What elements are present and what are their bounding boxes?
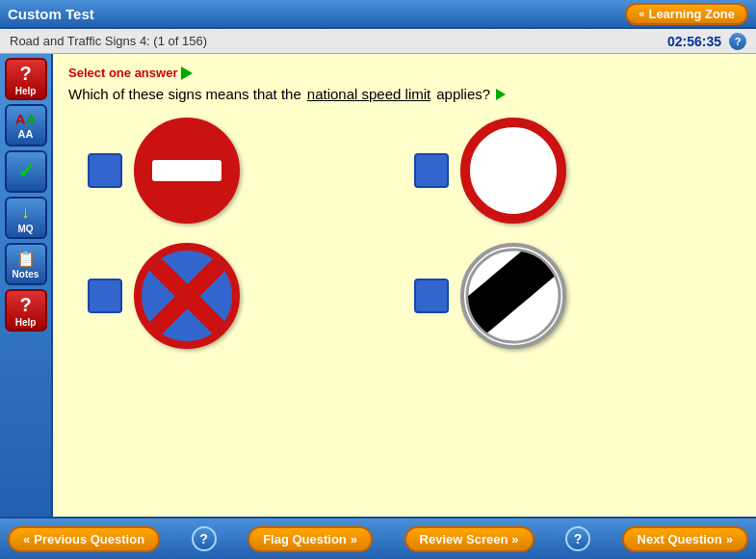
- checkmark-icon: ✓: [17, 159, 35, 184]
- answer-b-checkbox[interactable]: [414, 153, 449, 188]
- instruction-play-button[interactable]: [181, 67, 193, 80]
- sidebar-help-top-label: Help: [15, 86, 37, 96]
- font-icon: AA: [15, 111, 37, 127]
- review-chevron-icon: »: [511, 532, 518, 546]
- answer-c-checkbox[interactable]: [88, 279, 122, 313]
- answer-a-checkbox[interactable]: [88, 153, 122, 188]
- sign-c-container: [134, 243, 240, 349]
- sign-no-entry: [134, 118, 240, 224]
- notes-icon: 📋: [16, 250, 36, 268]
- question-mark-icon: ?: [19, 63, 31, 85]
- app-header: Custom Test « Learning Zone: [0, 0, 756, 29]
- question-keyword: national speed limit: [307, 86, 430, 102]
- flag-chevron-icon: »: [351, 532, 357, 546]
- sign-a-container: [134, 118, 240, 224]
- footer-help-right-button[interactable]: ?: [565, 526, 590, 551]
- font-small-label: AA: [18, 128, 34, 140]
- sidebar-mq-label: MQ: [17, 224, 33, 234]
- question-instruction: Select one answer: [68, 66, 741, 80]
- national-speed-limit-svg: [465, 248, 561, 344]
- sidebar-font-button[interactable]: AA AA: [5, 104, 47, 146]
- answer-d[interactable]: [414, 243, 721, 349]
- sidebar: ? Help AA AA ✓ ↓ MQ 📋 Notes ? Help: [0, 54, 53, 517]
- question-play-button[interactable]: [496, 89, 506, 100]
- sign-national-speed-limit: [460, 243, 566, 349]
- sidebar-help-bottom-label: Help: [15, 317, 37, 328]
- flag-question-button[interactable]: Flag Question »: [248, 526, 373, 552]
- footer: « Previous Question ? Flag Question » Re…: [0, 517, 756, 559]
- timer: 02:56:35: [667, 34, 721, 49]
- previous-question-button[interactable]: « Previous Question: [8, 526, 160, 552]
- timer-help-button[interactable]: ?: [729, 33, 746, 50]
- next-question-button[interactable]: Next Question »: [622, 526, 748, 552]
- sidebar-mq-button[interactable]: ↓ MQ: [5, 197, 47, 239]
- sidebar-help-bottom-button[interactable]: ? Help: [5, 289, 47, 332]
- answer-a[interactable]: [88, 118, 395, 224]
- sign-b-container: [460, 118, 566, 224]
- sidebar-help-top-button[interactable]: ? Help: [5, 58, 47, 100]
- answer-c[interactable]: [88, 243, 395, 349]
- no-entry-bar: [152, 160, 222, 181]
- next-chevron-icon: »: [726, 532, 733, 546]
- question-content: Select one answer Which of these signs m…: [53, 54, 756, 517]
- sidebar-notes-button[interactable]: 📋 Notes: [5, 243, 47, 285]
- no-stopping-svg: [146, 255, 228, 337]
- app-title: Custom Test: [8, 6, 94, 22]
- learning-zone-button[interactable]: « Learning Zone: [625, 3, 748, 25]
- main-content: ? Help AA AA ✓ ↓ MQ 📋 Notes ? Help: [0, 54, 756, 517]
- chevron-left-icon: «: [639, 8, 644, 19]
- sidebar-flag-button[interactable]: ✓: [5, 150, 47, 193]
- sub-header: Road and Traffic Signs 4: (1 of 156) 02:…: [0, 29, 756, 54]
- footer-help-left-button[interactable]: ?: [192, 526, 217, 551]
- breadcrumb: Road and Traffic Signs 4: (1 of 156): [10, 34, 207, 48]
- sign-no-stopping: [134, 243, 240, 349]
- sign-speed-limit: [460, 118, 566, 224]
- answers-grid: [68, 118, 741, 349]
- arrow-down-icon: ↓: [21, 202, 30, 223]
- answer-b[interactable]: [414, 118, 721, 224]
- sign-d-container: [460, 243, 566, 349]
- prev-chevron-icon: «: [23, 532, 30, 546]
- question-text: Which of these signs means that the nati…: [68, 86, 741, 102]
- answer-d-checkbox[interactable]: [414, 279, 449, 313]
- sidebar-notes-label: Notes: [13, 269, 39, 280]
- learning-zone-label: Learning Zone: [648, 7, 735, 21]
- review-screen-button[interactable]: Review Screen »: [404, 526, 534, 552]
- question-mark-bottom-icon: ?: [19, 294, 31, 316]
